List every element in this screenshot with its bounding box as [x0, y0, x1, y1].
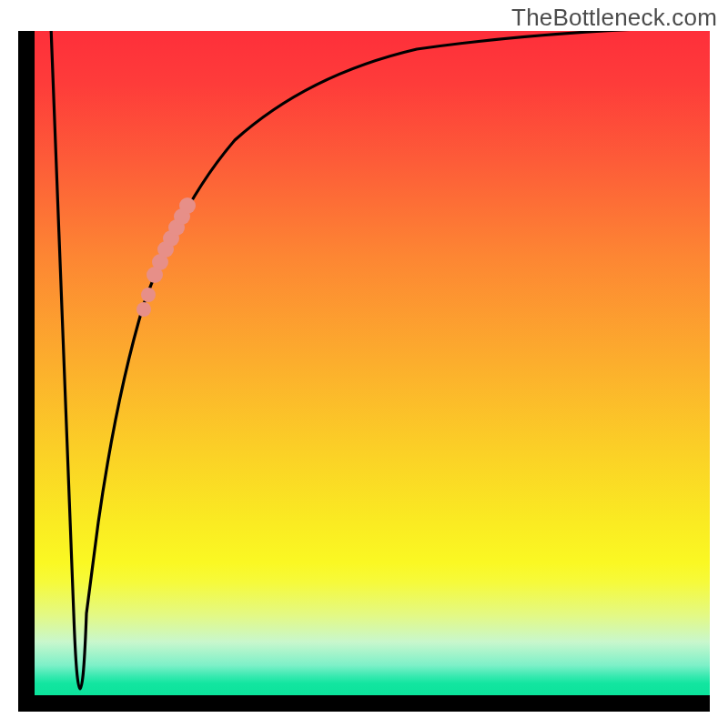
marker-cluster	[136, 197, 196, 317]
svg-point-6	[179, 197, 196, 214]
svg-point-8	[136, 302, 151, 317]
chart-frame	[18, 31, 710, 712]
curve-overlay	[35, 31, 710, 695]
bottleneck-curve	[51, 31, 710, 689]
plot-area	[35, 31, 710, 695]
svg-point-7	[141, 288, 156, 302]
chart-root: TheBottleneck.com	[0, 0, 728, 728]
watermark-text: TheBottleneck.com	[511, 4, 717, 32]
